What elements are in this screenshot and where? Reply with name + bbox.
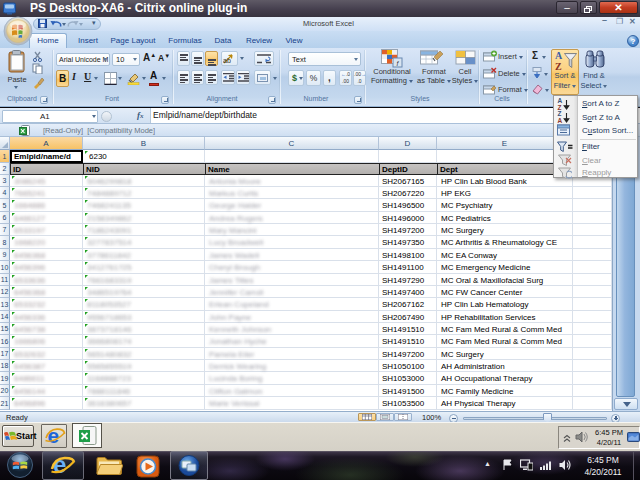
svg-text:e: e bbox=[48, 425, 60, 447]
svg-text:A: A bbox=[558, 117, 563, 124]
svg-text:Z: Z bbox=[555, 61, 562, 72]
svg-text:ab: ab bbox=[223, 57, 231, 64]
svg-text:?: ? bbox=[631, 37, 636, 46]
svg-text:e: e bbox=[53, 452, 66, 478]
svg-text:A: A bbox=[555, 50, 563, 61]
